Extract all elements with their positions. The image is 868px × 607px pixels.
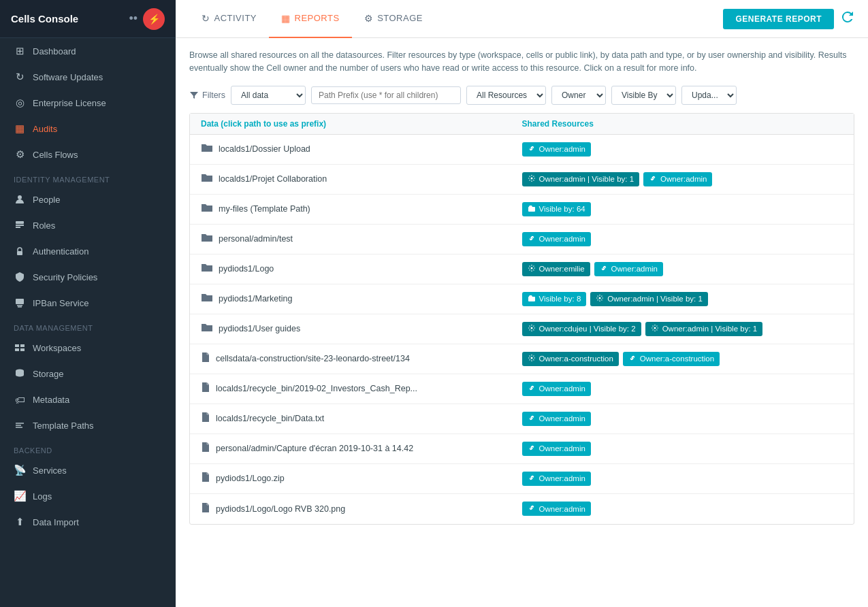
- svg-point-9: [530, 267, 532, 269]
- table-row[interactable]: my-files (Template Path) Visible by: 64: [190, 195, 854, 225]
- sidebar-item-cells-flows[interactable]: ⚙ Cells Flows: [0, 142, 176, 167]
- sidebar-item-data-import[interactable]: ⬆ Data Import: [0, 509, 176, 535]
- resource-badge[interactable]: Owner:admin | Visible by: 1: [645, 322, 763, 336]
- resource-badge[interactable]: Owner:admin: [522, 442, 591, 456]
- resource-badge[interactable]: Owner:admin: [643, 172, 712, 186]
- tab-storage[interactable]: ⚙ STORAGE: [352, 0, 435, 38]
- data-import-icon: ⬆: [14, 516, 26, 528]
- owner-select[interactable]: Owner: [551, 86, 606, 105]
- path-text: localds1/recycle_bin/Data.txt: [216, 414, 324, 423]
- path-type-icon: [201, 472, 210, 485]
- table-path-cell[interactable]: localds1/Projet Collaboration: [201, 172, 522, 186]
- table-path-cell[interactable]: personal/admin/test: [201, 232, 522, 246]
- table-header: Data (click path to use as prefix) Share…: [190, 114, 854, 135]
- sidebar-item-label: Roles: [33, 220, 55, 231]
- sidebar-item-software-updates[interactable]: ↻ Software Updates: [0, 64, 176, 90]
- sidebar-item-template-paths[interactable]: Template Paths: [0, 412, 176, 438]
- svg-point-14: [530, 357, 532, 359]
- svg-rect-2: [16, 225, 24, 226]
- resource-badge[interactable]: Owner:admin: [522, 502, 591, 516]
- table-row[interactable]: pydiods1/Marketing Visible by: 8 Owner:a…: [190, 284, 854, 314]
- resource-badge[interactable]: Owner:a-construction: [623, 352, 720, 366]
- sidebar-item-enterprise-license[interactable]: ◎ Enterprise License: [0, 90, 176, 116]
- resource-badge[interactable]: Visible by: 64: [522, 202, 591, 216]
- resource-badge[interactable]: Owner:admin: [522, 382, 591, 396]
- table-resources-cell: Owner:admin: [522, 142, 843, 157]
- refresh-button[interactable]: [841, 10, 854, 27]
- tab-reports[interactable]: ▦ REPORTS: [269, 0, 352, 38]
- table-row[interactable]: personal/admin/test Owner:admin: [190, 225, 854, 255]
- sidebar-item-security-policies[interactable]: Security Policies: [0, 264, 176, 290]
- sidebar-item-storage[interactable]: Storage: [0, 361, 176, 387]
- table-path-cell[interactable]: my-files (Template Path): [201, 202, 522, 216]
- resource-badge[interactable]: Owner:admin: [522, 232, 591, 246]
- badge-icon: [528, 294, 536, 304]
- resource-badge[interactable]: Owner:emilie: [522, 262, 590, 276]
- metadata-icon: 🏷: [14, 393, 26, 406]
- visible-by-select[interactable]: Visible By: [611, 86, 676, 105]
- sidebar-item-logs[interactable]: 📈 Logs: [0, 483, 176, 509]
- tab-activity-label: ACTIVITY: [214, 13, 257, 23]
- sidebar-item-ipban-service[interactable]: IPBan Service: [0, 290, 176, 316]
- sidebar-item-label: Software Updates: [33, 72, 103, 82]
- resource-badge[interactable]: Visible by: 8: [522, 292, 587, 306]
- all-resources-select[interactable]: All Resources: [466, 86, 546, 105]
- resource-badge[interactable]: Owner:admin | Visible by: 1: [590, 292, 708, 306]
- sidebar-item-label: Data Import: [33, 517, 79, 527]
- table-row[interactable]: localds1/Dossier Upload Owner:admin: [190, 135, 854, 165]
- resource-badge[interactable]: Owner:a-construction: [522, 352, 619, 366]
- table-row[interactable]: pydiods1/User guides Owner:cdujeu | Visi…: [190, 314, 854, 344]
- resource-badge[interactable]: Owner:admin | Visible by: 1: [522, 172, 640, 186]
- reports-tab-icon: ▦: [281, 13, 291, 24]
- sidebar-item-roles[interactable]: Roles: [0, 212, 176, 238]
- path-type-icon: [201, 292, 213, 306]
- table-row[interactable]: pydiods1/Logo Owner:emilie Owner:admin: [190, 255, 854, 284]
- table-path-cell[interactable]: cellsdata/a-construction/site-23-leonard…: [201, 352, 522, 365]
- generate-report-button[interactable]: GENERATE REPORT: [723, 9, 834, 29]
- table-row[interactable]: localds1/Projet Collaboration Owner:admi…: [190, 165, 854, 195]
- table-path-cell[interactable]: pydiods1/User guides: [201, 322, 522, 335]
- table-path-cell[interactable]: pydiods1/Logo.zip: [201, 472, 522, 485]
- table-row[interactable]: cellsdata/a-construction/site-23-leonard…: [190, 344, 854, 374]
- resource-badge[interactable]: Owner:admin: [594, 262, 663, 276]
- sidebar-item-audits[interactable]: ▦ Audits: [0, 116, 176, 142]
- resource-badge[interactable]: Owner:admin: [522, 412, 591, 426]
- table-path-cell[interactable]: localds1/recycle_bin/2019-02_Investors_C…: [201, 382, 522, 395]
- table-row[interactable]: localds1/recycle_bin/Data.txt Owner:admi…: [190, 404, 854, 434]
- path-text: localds1/Projet Collaboration: [219, 174, 327, 184]
- sidebar-item-label: People: [33, 195, 60, 205]
- table-path-cell[interactable]: pydiods1/Logo/Logo RVB 320.png: [201, 502, 522, 516]
- table-resources-cell: Owner:cdujeu | Visible by: 2 Owner:admin…: [522, 322, 843, 336]
- sidebar-item-authentication[interactable]: Authentication: [0, 238, 176, 264]
- table-path-cell[interactable]: localds1/recycle_bin/Data.txt: [201, 412, 522, 425]
- resource-badge[interactable]: Owner:admin: [522, 142, 591, 157]
- table-path-cell[interactable]: personal/admin/Capture d'écran 2019-10-3…: [201, 442, 522, 455]
- activity-tab-icon: ↻: [202, 13, 210, 24]
- sidebar-item-metadata[interactable]: 🏷 Metadata: [0, 387, 176, 412]
- resource-badge[interactable]: Owner:admin: [522, 472, 591, 486]
- table-row[interactable]: pydiods1/Logo/Logo RVB 320.png Owner:adm…: [190, 494, 854, 524]
- badge-icon: [528, 324, 536, 334]
- badge-text: Owner:a-construction: [640, 355, 714, 363]
- table-path-cell[interactable]: pydiods1/Logo: [201, 262, 522, 276]
- update-select[interactable]: Upda...: [681, 86, 737, 105]
- col-resources-header: Shared Resources: [522, 119, 843, 129]
- sidebar-item-workspaces[interactable]: Workspaces: [0, 335, 176, 361]
- sidebar-item-dashboard[interactable]: ⊞ Dashboard: [0, 38, 176, 64]
- resource-badge[interactable]: Owner:cdujeu | Visible by: 2: [522, 322, 641, 336]
- table-row[interactable]: personal/admin/Capture d'écran 2019-10-3…: [190, 434, 854, 464]
- logs-icon: 📈: [14, 490, 26, 502]
- path-prefix-input[interactable]: [311, 86, 461, 104]
- path-type-icon: [201, 352, 210, 365]
- sidebar-item-people[interactable]: People: [0, 186, 176, 212]
- path-type-icon: [201, 142, 213, 156]
- tab-activity[interactable]: ↻ ACTIVITY: [189, 0, 269, 38]
- table-row[interactable]: localds1/recycle_bin/2019-02_Investors_C…: [190, 374, 854, 404]
- table-path-cell[interactable]: pydiods1/Marketing: [201, 292, 522, 306]
- all-data-select[interactable]: All data: [231, 86, 306, 105]
- table-resources-cell: Owner:admin: [522, 472, 843, 486]
- sidebar-item-services[interactable]: 📡 Services: [0, 457, 176, 483]
- table-row[interactable]: pydiods1/Logo.zip Owner:admin: [190, 464, 854, 494]
- sidebar-item-label: Metadata: [33, 395, 69, 405]
- table-path-cell[interactable]: localds1/Dossier Upload: [201, 142, 522, 156]
